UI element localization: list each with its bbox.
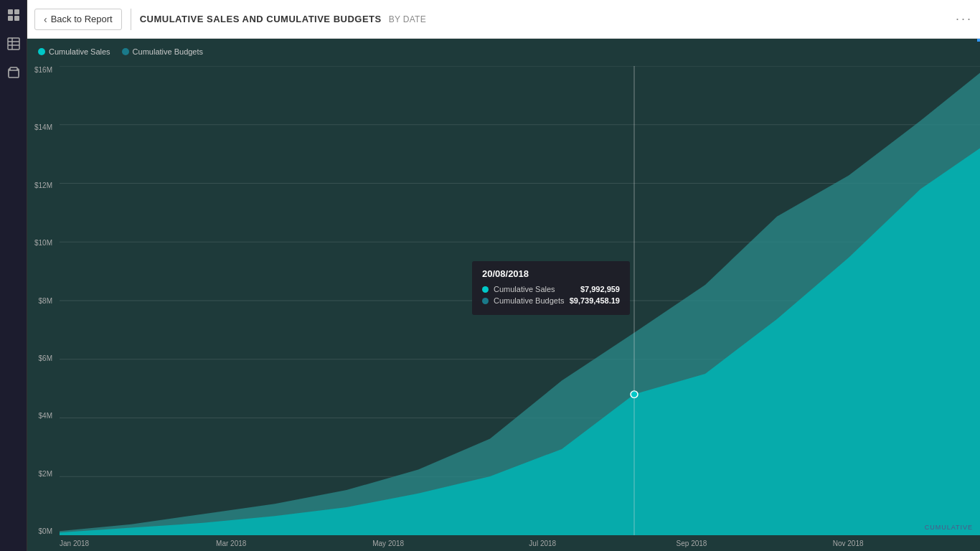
svg-rect-3 [14,16,19,21]
tooltip-date: 20/08/2018 [482,268,620,279]
sales-data-point [631,391,638,398]
watermark: CUMULATIVE [925,524,973,531]
x-label-sep: Sep 2018 [677,540,707,547]
svg-rect-4 [8,38,19,50]
tooltip-row-budgets: Cumulative Budgets $9,739,458.19 [482,296,620,305]
svg-rect-2 [8,16,13,21]
tooltip-label-budgets: Cumulative Budgets [494,296,565,305]
sidebar [0,0,27,551]
tooltip-dot-sales [482,286,489,293]
y-label-14m: $14M [27,123,57,131]
svg-rect-0 [8,9,13,14]
y-label-4m: $4M [27,412,57,420]
tooltip-row-sales: Cumulative Sales $7,992,959 [482,285,620,293]
y-label-16m: $16M [27,66,57,74]
back-label: Back to Report [51,14,113,24]
y-label-0m: $0M [27,527,57,535]
legend-item-budgets: Cumulative Budgets [122,47,203,56]
more-options-icon[interactable]: ··· [956,11,973,27]
legend-label-budgets: Cumulative Budgets [133,47,203,56]
grid-icon[interactable] [6,7,22,23]
x-label-mar: Mar 2018 [216,540,246,547]
chart-title: CUMULATIVE SALES AND CUMULATIVE BUDGETS [140,14,382,24]
topbar: ‹ Back to Report CUMULATIVE SALES AND CU… [27,0,980,39]
legend-item-sales: Cumulative Sales [38,47,110,56]
x-axis: Jan 2018 Mar 2018 May 2018 Jul 2018 Sep … [60,535,980,551]
tooltip-value-budgets: $9,739,458.19 [570,296,620,305]
divider [131,9,131,30]
x-label-may: May 2018 [372,540,404,547]
table-icon[interactable] [6,36,22,52]
chevron-left-icon: ‹ [44,14,47,25]
chart-tooltip: 20/08/2018 Cumulative Sales $7,992,959 C… [472,261,630,315]
y-label-12m: $12M [27,182,57,189]
svg-rect-10 [9,70,19,77]
x-label-jan: Jan 2018 [60,540,89,547]
tooltip-dot-budgets [482,298,489,304]
chart-legend: Cumulative Sales Cumulative Budgets [38,47,203,56]
svg-rect-1 [14,9,19,14]
chart-container[interactable]: Cumulative Sales Cumulative Budgets $16M… [27,39,980,551]
tooltip-value-sales: $7,992,959 [580,285,620,293]
y-label-2m: $2M [27,470,57,478]
tooltip-label-sales: Cumulative Sales [494,285,575,293]
legend-label-sales: Cumulative Sales [49,47,110,56]
legend-dot-budgets [122,48,129,55]
x-label-nov: Nov 2018 [833,540,864,547]
legend-dot-sales [38,48,45,55]
y-label-6m: $6M [27,354,57,362]
y-axis: $16M $14M $12M $10M $8M $6M $4M $2M $0M [27,66,60,535]
selection-box [977,39,980,42]
layers-icon[interactable] [6,65,22,80]
y-label-10m: $10M [27,239,57,247]
y-label-8m: $8M [27,297,57,305]
x-label-jul: Jul 2018 [529,540,556,547]
chart-subtitle: BY DATE [389,14,426,24]
back-to-report-button[interactable]: ‹ Back to Report [34,9,122,30]
